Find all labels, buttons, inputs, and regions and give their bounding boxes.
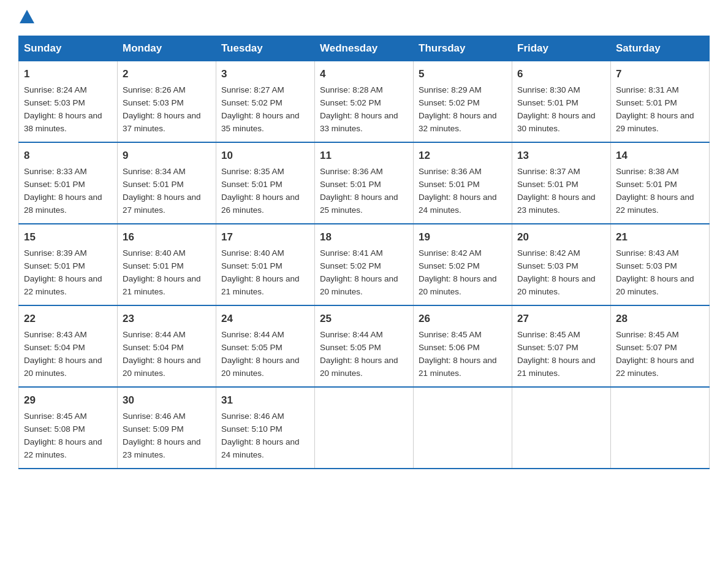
day-number: 26 [419,311,507,327]
calendar-cell: 25Sunrise: 8:44 AMSunset: 5:05 PMDayligh… [315,305,414,387]
calendar-cell: 31Sunrise: 8:46 AMSunset: 5:10 PMDayligh… [216,387,315,469]
calendar-cell: 22Sunrise: 8:43 AMSunset: 5:04 PMDayligh… [19,305,118,387]
calendar-cell: 26Sunrise: 8:45 AMSunset: 5:06 PMDayligh… [414,305,512,387]
calendar-cell: 20Sunrise: 8:42 AMSunset: 5:03 PMDayligh… [512,224,611,305]
calendar-week-row: 29Sunrise: 8:45 AMSunset: 5:08 PMDayligh… [19,387,710,469]
day-number: 23 [123,311,211,327]
calendar-cell: 13Sunrise: 8:37 AMSunset: 5:01 PMDayligh… [512,142,611,224]
logo [18,12,34,23]
day-number: 1 [24,66,112,82]
calendar-cell: 15Sunrise: 8:39 AMSunset: 5:01 PMDayligh… [19,224,118,305]
calendar-cell: 24Sunrise: 8:44 AMSunset: 5:05 PMDayligh… [216,305,315,387]
calendar-cell: 18Sunrise: 8:41 AMSunset: 5:02 PMDayligh… [315,224,414,305]
day-number: 8 [24,148,112,164]
day-number: 28 [616,311,704,327]
day-number: 12 [419,148,507,164]
calendar-header-row: SundayMondayTuesdayWednesdayThursdayFrid… [19,36,710,61]
day-number: 14 [616,148,704,164]
calendar-week-row: 8Sunrise: 8:33 AMSunset: 5:01 PMDaylight… [19,142,710,224]
calendar-cell: 4Sunrise: 8:28 AMSunset: 5:02 PMDaylight… [315,61,414,143]
calendar-cell: 17Sunrise: 8:40 AMSunset: 5:01 PMDayligh… [216,224,315,305]
day-header-wednesday: Wednesday [315,36,414,61]
day-number: 6 [517,66,605,82]
calendar-cell [315,387,414,469]
day-number: 30 [123,393,211,408]
calendar-cell: 30Sunrise: 8:46 AMSunset: 5:09 PMDayligh… [118,387,216,469]
day-number: 20 [517,229,605,245]
day-number: 9 [123,148,211,164]
calendar-cell: 28Sunrise: 8:45 AMSunset: 5:07 PMDayligh… [611,305,710,387]
calendar-cell: 21Sunrise: 8:43 AMSunset: 5:03 PMDayligh… [611,224,710,305]
calendar-cell: 3Sunrise: 8:27 AMSunset: 5:02 PMDaylight… [216,61,315,143]
calendar-cell: 11Sunrise: 8:36 AMSunset: 5:01 PMDayligh… [315,142,414,224]
day-header-monday: Monday [118,36,216,61]
day-header-saturday: Saturday [611,36,710,61]
day-number: 19 [419,229,507,245]
day-number: 31 [221,393,309,408]
calendar-cell: 16Sunrise: 8:40 AMSunset: 5:01 PMDayligh… [118,224,216,305]
calendar-cell: 23Sunrise: 8:44 AMSunset: 5:04 PMDayligh… [118,305,216,387]
day-number: 21 [616,229,704,245]
calendar-week-row: 22Sunrise: 8:43 AMSunset: 5:04 PMDayligh… [19,305,710,387]
calendar-cell: 12Sunrise: 8:36 AMSunset: 5:01 PMDayligh… [414,142,512,224]
day-header-tuesday: Tuesday [216,36,315,61]
day-number: 5 [419,66,507,82]
day-number: 3 [221,66,309,82]
day-number: 7 [616,66,704,82]
calendar-cell: 2Sunrise: 8:26 AMSunset: 5:03 PMDaylight… [118,61,216,143]
calendar-cell [512,387,611,469]
day-number: 16 [123,229,211,245]
calendar-cell: 19Sunrise: 8:42 AMSunset: 5:02 PMDayligh… [414,224,512,305]
day-header-friday: Friday [512,36,611,61]
day-number: 24 [221,311,309,327]
day-number: 11 [320,148,408,164]
day-number: 10 [221,148,309,164]
calendar-cell: 6Sunrise: 8:30 AMSunset: 5:01 PMDaylight… [512,61,611,143]
day-number: 27 [517,311,605,327]
day-number: 2 [123,66,211,82]
day-number: 25 [320,311,408,327]
calendar-table: SundayMondayTuesdayWednesdayThursdayFrid… [18,36,710,469]
day-number: 4 [320,66,408,82]
calendar-cell: 1Sunrise: 8:24 AMSunset: 5:03 PMDaylight… [19,61,118,143]
calendar-cell: 8Sunrise: 8:33 AMSunset: 5:01 PMDaylight… [19,142,118,224]
day-header-sunday: Sunday [19,36,118,61]
calendar-cell: 29Sunrise: 8:45 AMSunset: 5:08 PMDayligh… [19,387,118,469]
day-number: 15 [24,229,112,245]
calendar-cell: 9Sunrise: 8:34 AMSunset: 5:01 PMDaylight… [118,142,216,224]
calendar-cell: 14Sunrise: 8:38 AMSunset: 5:01 PMDayligh… [611,142,710,224]
day-number: 13 [517,148,605,164]
day-number: 22 [24,311,112,327]
calendar-cell: 7Sunrise: 8:31 AMSunset: 5:01 PMDaylight… [611,61,710,143]
calendar-week-row: 15Sunrise: 8:39 AMSunset: 5:01 PMDayligh… [19,224,710,305]
calendar-cell: 5Sunrise: 8:29 AMSunset: 5:02 PMDaylight… [414,61,512,143]
day-number: 17 [221,229,309,245]
day-number: 18 [320,229,408,245]
calendar-cell [414,387,512,469]
logo-triangle-icon [20,10,34,23]
calendar-cell: 10Sunrise: 8:35 AMSunset: 5:01 PMDayligh… [216,142,315,224]
page-header [18,12,710,23]
calendar-cell: 27Sunrise: 8:45 AMSunset: 5:07 PMDayligh… [512,305,611,387]
calendar-cell [611,387,710,469]
day-header-thursday: Thursday [414,36,512,61]
calendar-week-row: 1Sunrise: 8:24 AMSunset: 5:03 PMDaylight… [19,61,710,143]
day-number: 29 [24,393,112,408]
